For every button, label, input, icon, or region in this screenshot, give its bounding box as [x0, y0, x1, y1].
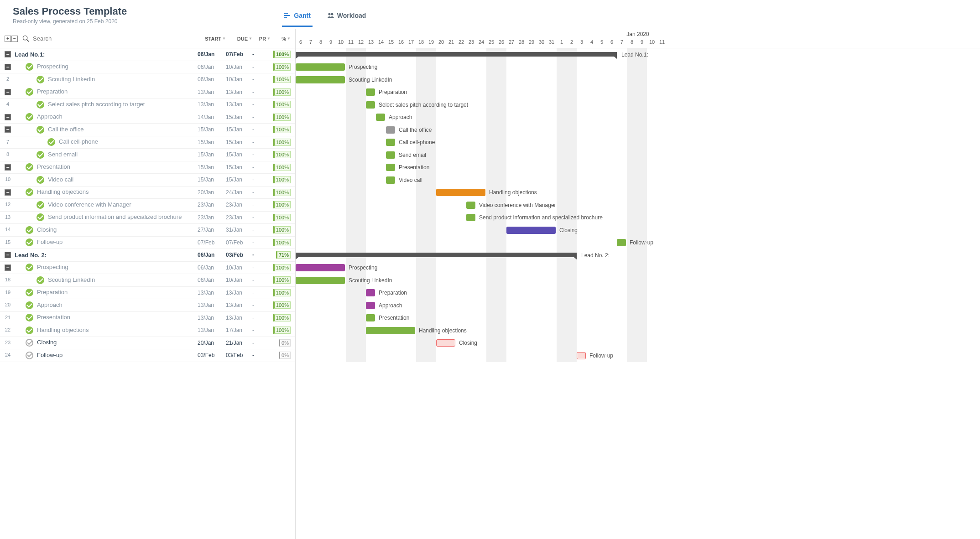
- task-row[interactable]: −Prospecting06/Jan10/Jan-100%: [0, 61, 295, 74]
- collapse-toggle[interactable]: −: [5, 126, 11, 133]
- task-row[interactable]: 20Approach13/Jan13/Jan-100%: [0, 299, 295, 312]
- group-bar[interactable]: [296, 52, 617, 57]
- task-row[interactable]: 10Video call15/Jan15/Jan-100%: [0, 174, 295, 187]
- task-row[interactable]: 2Scouting LinkedIn06/Jan10/Jan-100%: [0, 73, 295, 86]
- task-row[interactable]: 18Scouting LinkedIn06/Jan10/Jan-100%: [0, 274, 295, 287]
- row-index: 13: [5, 214, 11, 221]
- task-bar[interactable]: [366, 289, 375, 296]
- task-bar[interactable]: [466, 214, 475, 221]
- row-index: 14: [5, 227, 11, 233]
- cell-pr: -: [252, 315, 271, 321]
- task-row[interactable]: −Prospecting06/Jan10/Jan-100%: [0, 262, 295, 275]
- task-name: Follow-up: [11, 352, 198, 359]
- col-pct[interactable]: %▼: [271, 36, 291, 41]
- task-row[interactable]: 7Call cell-phone15/Jan15/Jan-100%: [0, 136, 295, 149]
- pct-badge: 100%: [273, 327, 291, 334]
- gantt-row: Video conference with Manager: [296, 199, 980, 212]
- task-row[interactable]: 24Follow-up03/Feb03/Feb-0%: [0, 349, 295, 362]
- tab-gantt[interactable]: Gantt: [282, 8, 313, 27]
- task-row[interactable]: −Lead No.1:06/Jan07/Feb-100%: [0, 48, 295, 61]
- svg-rect-2: [284, 17, 287, 18]
- collapse-toggle[interactable]: −: [5, 114, 11, 120]
- task-row[interactable]: 22Handling objections13/Jan17/Jan-100%: [0, 324, 295, 337]
- expand-all-button[interactable]: +: [5, 36, 11, 42]
- task-bar[interactable]: [577, 352, 586, 359]
- task-row[interactable]: 14Closing27/Jan31/Jan-100%: [0, 224, 295, 237]
- cell-start: 27/Jan: [198, 227, 226, 233]
- col-pr[interactable]: PR▼: [252, 36, 271, 41]
- bar-label: Prospecting: [349, 64, 377, 70]
- task-row[interactable]: −Presentation15/Jan15/Jan-100%: [0, 161, 295, 174]
- cell-due: 15/Jan: [226, 114, 252, 120]
- task-row[interactable]: 15Follow-up07/Feb07/Feb-100%: [0, 237, 295, 249]
- task-bar[interactable]: [617, 239, 626, 246]
- day-header: 16: [396, 39, 406, 48]
- cell-due: 07/Feb: [226, 51, 252, 57]
- task-bar[interactable]: [386, 139, 395, 146]
- task-bar[interactable]: [436, 339, 455, 347]
- gantt-chart[interactable]: Jan 2020 6789101112131415161718192021222…: [296, 29, 980, 539]
- task-row[interactable]: 19Preparation13/Jan13/Jan-100%: [0, 287, 295, 300]
- task-bar[interactable]: [436, 189, 485, 196]
- task-row[interactable]: 4Select sales pitch according to target1…: [0, 98, 295, 111]
- cell-due: 17/Jan: [226, 327, 252, 333]
- task-bar[interactable]: [386, 151, 395, 159]
- bar-label: Video call: [399, 177, 422, 183]
- cell-start: 03/Feb: [198, 352, 226, 358]
- collapse-all-button[interactable]: −: [11, 36, 18, 42]
- collapse-toggle[interactable]: −: [5, 64, 11, 70]
- task-bar[interactable]: [296, 277, 345, 284]
- pct-badge: 100%: [273, 126, 291, 133]
- task-row[interactable]: −Handling objections20/Jan24/Jan-100%: [0, 187, 295, 199]
- cell-pr: -: [252, 139, 271, 145]
- task-bar[interactable]: [386, 176, 395, 184]
- tab-workload[interactable]: Workload: [325, 8, 368, 27]
- collapse-toggle[interactable]: −: [5, 164, 11, 171]
- task-bar[interactable]: [466, 202, 475, 209]
- task-bar[interactable]: [296, 264, 345, 271]
- cell-due: 23/Jan: [226, 202, 252, 208]
- task-bar[interactable]: [376, 114, 385, 121]
- collapse-toggle[interactable]: −: [5, 252, 11, 258]
- task-row[interactable]: 23Closing20/Jan21/Jan-0%: [0, 337, 295, 350]
- task-row[interactable]: 12Video conference with Manager23/Jan23/…: [0, 199, 295, 212]
- task-bar[interactable]: [366, 101, 375, 109]
- task-bar[interactable]: [506, 227, 556, 234]
- task-row[interactable]: −Call the office15/Jan15/Jan-100%: [0, 124, 295, 136]
- task-bar[interactable]: [366, 88, 375, 96]
- task-row[interactable]: −Lead No. 2:06/Jan03/Feb-71%: [0, 249, 295, 262]
- col-due[interactable]: DUE▼: [226, 36, 252, 41]
- search-input[interactable]: [33, 35, 198, 42]
- task-name: Lead No. 2:: [11, 252, 198, 259]
- task-name: Send email: [11, 151, 198, 159]
- collapse-toggle[interactable]: −: [5, 189, 11, 196]
- check-done-icon: [26, 63, 33, 71]
- task-bar[interactable]: [296, 76, 345, 83]
- task-name: Prospecting: [11, 264, 198, 271]
- task-bar[interactable]: [296, 63, 345, 71]
- pct-badge: 100%: [273, 63, 291, 71]
- task-bar[interactable]: [366, 302, 375, 309]
- cell-pr: -: [252, 252, 271, 258]
- task-row[interactable]: 13Send product information and specializ…: [0, 212, 295, 224]
- day-header: 21: [446, 39, 456, 48]
- cell-start: 20/Jan: [198, 189, 226, 196]
- day-header: 19: [426, 39, 436, 48]
- bar-label: Presentation: [399, 164, 429, 171]
- gantt-row: Preparation: [296, 86, 980, 99]
- task-row[interactable]: 21Presentation13/Jan13/Jan-100%: [0, 312, 295, 325]
- collapse-toggle[interactable]: −: [5, 51, 11, 57]
- task-row[interactable]: −Preparation13/Jan13/Jan-100%: [0, 86, 295, 99]
- collapse-toggle[interactable]: −: [5, 89, 11, 95]
- task-bar[interactable]: [386, 126, 395, 134]
- task-bar[interactable]: [366, 314, 375, 321]
- cell-pr: -: [252, 64, 271, 70]
- task-row[interactable]: 8Send email15/Jan15/Jan-100%: [0, 149, 295, 161]
- task-bar[interactable]: [366, 327, 415, 334]
- task-bar[interactable]: [386, 164, 395, 171]
- collapse-toggle[interactable]: −: [5, 264, 11, 271]
- task-row[interactable]: −Approach14/Jan15/Jan-100%: [0, 111, 295, 124]
- group-bar[interactable]: [296, 253, 577, 257]
- col-start[interactable]: START▼: [198, 36, 226, 41]
- task-name: Presentation: [11, 314, 198, 321]
